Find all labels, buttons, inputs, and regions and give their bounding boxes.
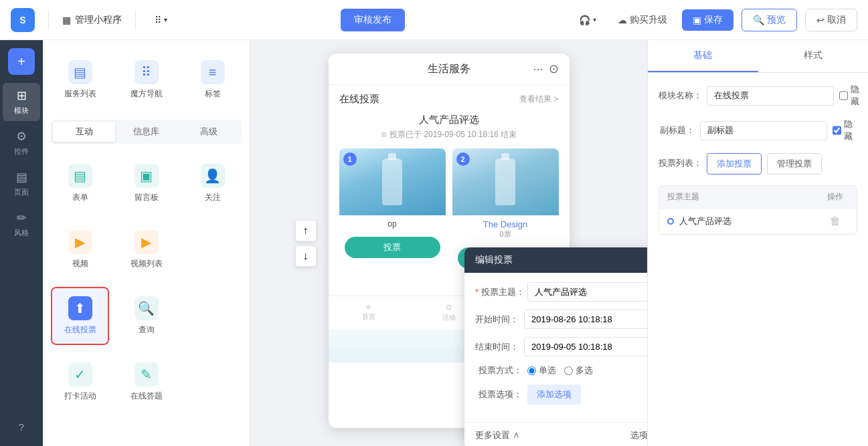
bottom-nav-activity[interactable]: ⊙ 活动 [442, 303, 456, 322]
sidebar-item-module-label: 模块 [14, 106, 29, 116]
arrow-up-btn[interactable]: ↑ [295, 220, 317, 241]
subtitle-input[interactable] [700, 121, 827, 140]
save-btn[interactable]: ▣ 保存 [682, 9, 733, 31]
follow-icon: 👤 [201, 164, 225, 188]
left-sidebar: + ⊞ 模块 ⚙ 控件 ▤ 页面 ✏ 风格 ? [0, 40, 43, 446]
sidebar-item-page[interactable]: ▤ 页面 [3, 164, 40, 203]
quiz-label: 在线答题 [131, 391, 163, 402]
vote-online-icon: ⬆ [68, 296, 92, 320]
module-message-board[interactable]: ▣ 留言板 [117, 154, 175, 213]
main-area: + ⊞ 模块 ⚙ 控件 ▤ 页面 ✏ 风格 ? ▤ 服务列表 ⠿ [0, 40, 868, 446]
vote-theme-row: 投票主题： [475, 282, 647, 302]
module-name-label: 模块名称： [659, 90, 701, 102]
module-video-list[interactable]: ▶ 视频列表 [117, 221, 175, 279]
tab-basic[interactable]: 基础 [648, 40, 758, 72]
end-time-input[interactable] [524, 337, 647, 356]
cancel-btn[interactable]: ↩ 取消 [805, 9, 857, 31]
cloud-icon: ☁ [618, 15, 627, 25]
sidebar-item-style-label: 风格 [14, 228, 29, 238]
module-form[interactable]: ▤ 表单 [51, 154, 109, 213]
record-icon[interactable]: ⊙ [549, 62, 559, 76]
vote-table-header: 投票主题 操作 [659, 186, 857, 208]
see-result-btn[interactable]: 查看结果 > [519, 94, 558, 105]
style-icon: ✏ [17, 211, 27, 225]
upgrade-label: 购买升级 [630, 14, 667, 26]
message-board-label: 留言板 [135, 192, 159, 203]
interactive-modules-grid: ▤ 表单 ▣ 留言板 👤 关注 ▶ 视频 ▶ 视频列表 ⬆ 在线投票 [51, 154, 242, 411]
bottom-nav-home[interactable]: ≡ 首页 [362, 303, 375, 322]
module-tag[interactable]: ≡ 标签 [183, 51, 242, 109]
end-time-label: 结束时间： [475, 341, 519, 353]
card1-info: op [339, 215, 446, 233]
activity-icon: ⊙ [446, 303, 452, 312]
module-follow[interactable]: 👤 关注 [183, 154, 242, 213]
delete-row-btn[interactable]: 🗑 [830, 215, 841, 227]
vote-btn-1[interactable]: 投票 [345, 237, 440, 258]
manage-label: 管理小程序 [75, 14, 122, 26]
tab-advanced[interactable]: 高级 [177, 122, 240, 142]
cancel-icon: ↩ [816, 15, 824, 25]
tag-icon: ≡ [201, 60, 225, 84]
sidebar-item-style[interactable]: ✏ 风格 [3, 205, 40, 243]
grid-btn[interactable]: ⠿ ▾ [149, 12, 173, 28]
vote-section-title: 在线投票 [339, 93, 379, 106]
tab-style[interactable]: 样式 [758, 40, 869, 72]
module-placeholder1 [183, 221, 242, 279]
module-magic-nav[interactable]: ⠿ 魔方导航 [117, 51, 175, 109]
module-service-list[interactable]: ▤ 服务列表 [51, 51, 109, 109]
module-vote-online[interactable]: ⬆ 在线投票 [51, 287, 109, 345]
hide-checkbox[interactable] [839, 91, 848, 100]
video-list-label: 视频列表 [131, 258, 163, 269]
hide-checkbox-label: 隐藏 [839, 84, 860, 108]
manage-vote-btn[interactable]: 管理投票 [767, 153, 822, 175]
module-video[interactable]: ▶ 视频 [51, 221, 109, 279]
end-time-row: 结束时间： [475, 337, 647, 356]
module-tabs: 互动 信息库 高级 [51, 120, 242, 144]
add-option-btn[interactable]: 添加选项 [527, 384, 581, 405]
service-list-label: 服务列表 [64, 88, 96, 100]
module-quiz[interactable]: ✎ 在线答题 [117, 353, 175, 411]
vote-card-1[interactable]: 1 op 投票 [339, 148, 446, 274]
help-btn[interactable]: ? [13, 417, 29, 438]
headset-chevron: ▾ [593, 16, 596, 23]
module-query[interactable]: 🔍 查询 [117, 287, 175, 345]
table-header-action: 操作 [822, 191, 849, 203]
arrow-down-btn[interactable]: ↓ [295, 245, 317, 267]
vote-theme-label: 投票主题： [475, 286, 522, 298]
tab-interactive[interactable]: 互动 [53, 122, 115, 142]
upgrade-btn[interactable]: ☁ 购买升级 [611, 10, 674, 30]
card1-badge: 1 [343, 152, 357, 166]
radio-multiple[interactable]: 多选 [564, 364, 593, 376]
vote-type-row: 投票方式： 单选 多选 [475, 364, 647, 376]
module-checkin[interactable]: ✓ 打卡活动 [51, 353, 109, 411]
more-icon[interactable]: ··· [533, 62, 543, 76]
module-name-input[interactable] [707, 86, 834, 106]
vote-header: 在线投票 查看结果 > [339, 93, 559, 106]
poll-title: 人气产品评选 [339, 114, 559, 126]
preview-btn[interactable]: 🔍 预览 [742, 9, 797, 31]
row-name: 人气产品评选 [679, 215, 822, 227]
more-settings-btn[interactable]: 更多设置 ∧ [475, 429, 520, 441]
subtitle-hide-label: 隐藏 [844, 118, 857, 142]
sidebar-item-control[interactable]: ⚙ 控件 [3, 124, 40, 162]
form-label: 表单 [72, 192, 88, 203]
headset-btn[interactable]: 🎧 ▾ [572, 11, 603, 29]
table-header-theme: 投票主题 [667, 191, 822, 203]
cancel-label: 取消 [827, 14, 846, 26]
sidebar-item-module[interactable]: ⊞ 模块 [3, 83, 40, 121]
publish-btn[interactable]: 审核发布 [341, 9, 405, 31]
add-module-btn[interactable]: + [8, 48, 35, 75]
module-icon: ⊞ [17, 88, 27, 103]
quiz-icon: ✎ [135, 362, 159, 386]
manage-miniprogram-btn[interactable]: ▦ 管理小程序 [62, 14, 122, 26]
tab-info[interactable]: 信息库 [115, 122, 177, 142]
manage-icon: ▦ [62, 15, 71, 25]
radio-single[interactable]: 单选 [527, 364, 556, 376]
start-time-input[interactable] [524, 310, 647, 329]
table-row: 人气产品评选 🗑 [659, 208, 857, 234]
magic-nav-icon: ⠿ [135, 60, 159, 84]
subtitle-hide-checkbox[interactable] [833, 126, 841, 135]
water-bottle-icon [382, 158, 402, 205]
add-vote-btn[interactable]: 添加投票 [707, 153, 762, 175]
vote-theme-input[interactable] [527, 282, 647, 302]
